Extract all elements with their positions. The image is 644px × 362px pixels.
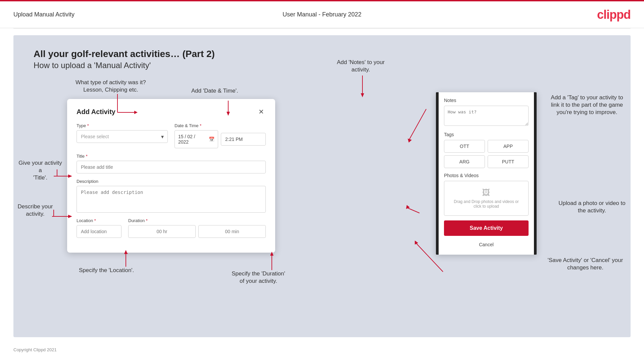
section-title: All your golf-relevant activities… (Part… xyxy=(34,49,610,59)
svg-line-20 xyxy=(408,208,419,213)
annotation-description: Describe your activity. xyxy=(13,203,57,218)
description-label: Description xyxy=(77,179,266,184)
form-group-description: Description xyxy=(77,179,266,213)
svg-marker-23 xyxy=(415,241,418,245)
cancel-button[interactable]: Cancel xyxy=(444,240,529,249)
title-label: Title * xyxy=(77,154,266,159)
svg-marker-17 xyxy=(361,93,364,97)
tag-arg[interactable]: ARG xyxy=(444,155,485,168)
annotation-location: Specify the 'Location'. xyxy=(79,267,134,274)
type-select[interactable]: Please select xyxy=(77,130,168,143)
form-row-location-duration: Location * Duration * xyxy=(77,218,266,238)
title-input[interactable] xyxy=(77,161,266,173)
form-group-type: Type * Please select xyxy=(77,123,168,148)
time-input[interactable]: 2:21 PM xyxy=(221,133,266,146)
type-select-wrapper: Please select xyxy=(77,130,168,143)
dialog-header: Add Activity ✕ xyxy=(77,107,266,116)
notes-textarea[interactable] xyxy=(444,106,529,126)
form-row-type-datetime: Type * Please select Date & Time * 15 / … xyxy=(77,123,266,148)
annotation-save: 'Save Activity' or 'Cancel' your changes… xyxy=(547,257,624,271)
form-group-location: Location * xyxy=(77,218,121,238)
close-button[interactable]: ✕ xyxy=(256,107,266,116)
form-group-title: Title * xyxy=(77,154,266,173)
annotation-datetime: Add 'Date & Time'. xyxy=(191,87,238,95)
duration-min-input[interactable] xyxy=(198,225,266,238)
form-group-duration: Duration * xyxy=(128,218,266,238)
date-input[interactable]: 15 / 02 / 2022 📅 xyxy=(175,130,218,148)
page-title-center: User Manual - February 2022 xyxy=(283,11,361,18)
duration-row xyxy=(128,225,266,238)
footer: Copyright Clippd 2021 xyxy=(0,344,644,356)
svg-line-18 xyxy=(409,109,426,139)
description-textarea[interactable] xyxy=(77,186,266,213)
page-title-left: Upload Manual Activity xyxy=(13,11,75,18)
calendar-icon: 📅 xyxy=(209,137,214,142)
copyright: Copyright Clippd 2021 xyxy=(13,347,57,352)
svg-marker-19 xyxy=(408,139,412,143)
add-activity-dialog: Add Activity ✕ Type * Please select Date… xyxy=(67,99,275,253)
main-content: All your golf-relevant activities… (Part… xyxy=(13,35,631,337)
logo: clippd xyxy=(597,8,631,22)
location-label: Location * xyxy=(77,218,121,223)
duration-hr-input[interactable] xyxy=(128,225,196,238)
dialog-title: Add Activity xyxy=(77,108,115,116)
datetime-label: Date & Time * xyxy=(175,123,266,128)
upload-icon: 🖼 xyxy=(482,188,490,197)
location-input[interactable] xyxy=(77,225,121,238)
annotation-type-activity: What type of activity was it? Lesson, Ch… xyxy=(76,79,146,94)
tags-grid: OTT APP ARG PUTT xyxy=(444,140,529,168)
annotation-notes: Add 'Notes' to your activity. xyxy=(326,59,396,73)
tag-putt[interactable]: PUTT xyxy=(488,155,529,168)
photos-label: Photos & Videos xyxy=(444,173,529,178)
tag-app[interactable]: APP xyxy=(488,140,529,153)
section-subtitle: How to upload a 'Manual Activity' xyxy=(34,61,610,70)
annotation-title: Give your activity a 'Title'. xyxy=(17,159,64,182)
header-divider xyxy=(13,28,631,29)
tags-label: Tags xyxy=(444,132,529,137)
annotation-upload: Upload a photo or video to the activity. xyxy=(557,200,627,214)
form-group-datetime: Date & Time * 15 / 02 / 2022 📅 2:21 PM xyxy=(175,123,266,148)
svg-marker-21 xyxy=(406,205,410,209)
type-label: Type * xyxy=(77,123,168,128)
annotation-duration: Specify the 'Duration' of your activity. xyxy=(215,270,302,285)
date-time-row: 15 / 02 / 2022 📅 2:21 PM xyxy=(175,130,266,148)
notes-label: Notes xyxy=(444,98,529,103)
duration-label: Duration * xyxy=(128,218,266,223)
save-activity-button[interactable]: Save Activity xyxy=(444,220,529,236)
upload-area[interactable]: 🖼 Drag and Drop photos and videos or cli… xyxy=(444,181,529,216)
annotation-tag: Add a 'Tag' to your activity to link it … xyxy=(550,94,624,116)
tag-ott[interactable]: OTT xyxy=(444,140,485,153)
upload-text: Drag and Drop photos and videos or click… xyxy=(451,199,522,209)
phone-panel: Notes Tags OTT APP ARG PUTT Photos & Vid… xyxy=(436,92,537,255)
top-bar: Upload Manual Activity User Manual - Feb… xyxy=(0,1,644,28)
